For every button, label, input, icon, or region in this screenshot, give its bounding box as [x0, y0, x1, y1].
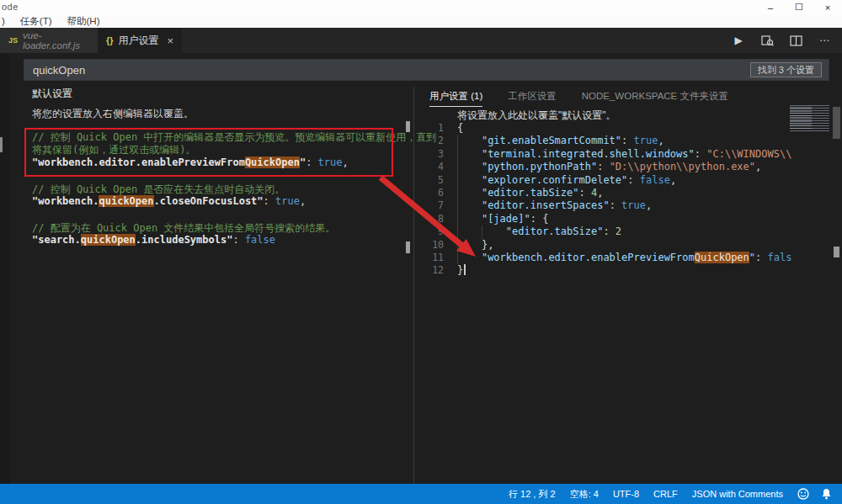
tab-user-settings[interactable]: {} 用户设置 ×: [98, 28, 182, 53]
code-line: // 配置为在 Quick Open 文件结果中包括全局符号搜索的结果。: [32, 221, 408, 234]
scrollbar-match-mark: [834, 247, 839, 257]
overview-ruler-match-mark: [406, 241, 410, 253]
tab-folder-settings-scope[interactable]: NODE_WORKSPACE 文件夹设置: [582, 90, 728, 107]
more-actions-icon[interactable]: ⋯: [817, 33, 832, 48]
line-number: 11: [425, 252, 444, 263]
indent-guide: [457, 135, 458, 264]
menu-item-help[interactable]: 帮助(H): [60, 15, 108, 28]
code-line: "workbench.quickOpen.closeOnFocusLost": …: [32, 195, 408, 208]
default-settings-heading: 默认设置: [32, 87, 72, 101]
title-bar: ode – ☐ ×: [0, 0, 842, 14]
user-settings-code[interactable]: 1{2 "git.enableSmartCommit": true,3 "ter…: [425, 122, 792, 278]
line-number: 3: [425, 148, 444, 160]
line-number: 4: [425, 161, 444, 172]
settings-search-input[interactable]: [24, 60, 829, 80]
overview-ruler-match-mark: [406, 121, 410, 132]
window-title: ode: [2, 2, 19, 12]
tab-vue-loader[interactable]: JS vue-loader.conf.js: [0, 28, 98, 53]
indentation-indicator[interactable]: 空格: 4: [570, 488, 599, 501]
eol-indicator[interactable]: CRLF: [653, 489, 678, 499]
editor-tab-bar: JS vue-loader.conf.js {} 用户设置 × ▶ ⋯: [0, 28, 842, 53]
code-line: 6 "editor.tabSize": 4,: [425, 187, 792, 199]
code-line: // 控制 Quick Open 是否应在失去焦点时自动关闭。: [32, 183, 408, 195]
cursor-position-indicator[interactable]: 行 12 , 列 2: [509, 488, 556, 501]
line-number: 2: [425, 135, 444, 146]
activity-bar-mark: [0, 137, 3, 152]
status-bar-icons: [797, 488, 832, 500]
code-line: "workbench.editor.enablePreviewFromQuick…: [32, 157, 408, 169]
code-line: [32, 208, 408, 220]
code-line: 将其保留(例如，通过双击或编辑)。: [32, 143, 408, 156]
code-line: [32, 169, 408, 182]
settings-scope-tabs: 用户设置 (1) 工作区设置 NODE_WORKSPACE 文件夹设置: [429, 90, 728, 107]
feedback-smiley-icon[interactable]: [797, 488, 809, 500]
code-line: // 控制 Quick Open 中打开的编辑器是否显示为预览。预览编辑器可以重…: [32, 130, 408, 143]
default-settings-hint: 将您的设置放入右侧编辑器以覆盖。: [32, 107, 194, 121]
language-mode-indicator[interactable]: JSON with Comments: [692, 489, 783, 499]
text-cursor: [464, 264, 466, 275]
menu-bar: ) 任务(T) 帮助(H): [0, 14, 842, 29]
line-number: 8: [425, 213, 444, 225]
minimap[interactable]: [790, 105, 829, 132]
default-settings-code[interactable]: // 控制 Quick Open 中打开的编辑器是否显示为预览。预览编辑器可以重…: [32, 130, 408, 247]
code-line: 1{: [425, 122, 792, 135]
tab-workspace-settings-scope[interactable]: 工作区设置: [508, 90, 557, 107]
tab-bar-spacer: [182, 28, 731, 53]
editor-scrollbar[interactable]: [832, 87, 842, 484]
menu-item-tasks[interactable]: 任务(T): [13, 15, 60, 28]
minimize-button[interactable]: –: [756, 0, 785, 14]
tab-label: vue-loader.conf.js: [23, 30, 89, 50]
code-line: 3 "terminal.integrated.shell.windows": "…: [425, 148, 792, 161]
settings-search-box: 找到 3 个设置: [24, 59, 829, 81]
js-file-icon: JS: [8, 36, 18, 45]
status-bar: 行 12 , 列 2 空格: 4 UTF-8 CRLF JSON with Co…: [0, 484, 842, 504]
window-controls: – ☐ ×: [756, 0, 842, 14]
code-line: 5 "explorer.confirmDelete": false,: [425, 174, 792, 187]
line-number: 9: [425, 225, 444, 237]
close-button[interactable]: ×: [813, 0, 842, 14]
code-line: 10 },: [425, 239, 792, 252]
code-line: 2 "git.enableSmartCommit": true,: [425, 135, 792, 147]
code-line: "search.quickOpen.includeSymbols": false: [32, 234, 408, 247]
encoding-indicator[interactable]: UTF-8: [613, 489, 639, 499]
indent-guide: [482, 225, 482, 239]
line-number: 6: [425, 187, 444, 199]
code-line: 7 "editor.insertSpaces": true,: [425, 199, 792, 212]
run-icon[interactable]: ▶: [731, 33, 746, 48]
line-number: 12: [425, 264, 444, 276]
code-line: 11 "workbench.editor.enablePreviewFromQu…: [425, 252, 792, 264]
json-braces-icon: {}: [106, 35, 114, 45]
tab-label: 用户设置: [119, 34, 159, 48]
tab-close-icon[interactable]: ×: [168, 35, 174, 46]
split-editor-icon[interactable]: [788, 33, 803, 48]
activity-bar-edge: [0, 53, 10, 484]
minimap-code-texture: [790, 107, 812, 129]
line-number: 1: [425, 122, 444, 134]
line-number: 7: [425, 199, 444, 211]
line-number: 10: [425, 239, 444, 251]
code-line: 8 "[jade]": {: [425, 213, 792, 225]
editor-actions: ▶ ⋯: [731, 28, 842, 53]
menu-item-partial[interactable]: ): [0, 16, 13, 26]
scrollbar-thumb[interactable]: [833, 107, 840, 139]
line-number: 5: [425, 174, 444, 186]
pane-divider[interactable]: [413, 87, 414, 484]
user-settings-hint: 将设置放入此处以覆盖"默认设置"。: [457, 109, 616, 123]
code-line: 9 "editor.tabSize": 2: [425, 225, 792, 238]
maximize-button[interactable]: ☐: [785, 0, 813, 14]
tab-user-settings-scope[interactable]: 用户设置 (1): [429, 90, 482, 107]
search-result-count-badge: 找到 3 个设置: [750, 62, 822, 77]
notifications-bell-icon[interactable]: [821, 488, 832, 500]
open-preview-icon[interactable]: [759, 33, 775, 48]
vscode-window: ode – ☐ × ) 任务(T) 帮助(H) JS vue-loader.co…: [0, 0, 842, 504]
code-line: 12}: [425, 264, 792, 277]
settings-editor: 找到 3 个设置 默认设置 将您的设置放入右侧编辑器以覆盖。 // 控制 Qui…: [0, 53, 842, 484]
code-line: 4 "python.pythonPath": "D:\\python\\pyth…: [425, 161, 792, 173]
